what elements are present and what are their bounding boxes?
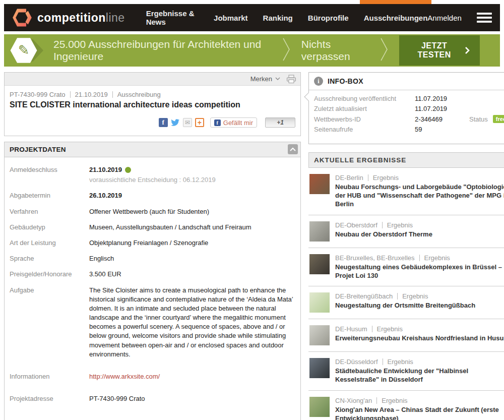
result-item[interactable]: DE-BreitengüßbachErgebnis Neugestaltung … [308, 286, 504, 319]
page-title: SITE CLOISTER international architecture… [10, 100, 295, 109]
competition-header-card: Merken PT-7430-999 Crato [4, 72, 301, 136]
decision-note: voraussichtliche Entscheidung : 06.12.20… [89, 175, 216, 185]
result-item[interactable]: DE-DüsseldorfErgebnis Städtebauliche Ent… [308, 352, 504, 391]
facebook-like-button[interactable]: f Gefällt mir [210, 117, 257, 128]
result-title[interactable]: Städtebauliche Entwicklung der "Halbinse… [335, 367, 504, 384]
social-share-row: f ✉ + f Gefällt mir +1 [10, 117, 295, 128]
field-art-der-leistung: Art der Leistung Objektplanung Freianlag… [10, 238, 295, 248]
google-plusone-button[interactable]: +1 [265, 117, 295, 128]
result-location[interactable]: CN-Xiong'an [335, 397, 372, 404]
merken-button[interactable]: Merken [250, 75, 280, 83]
nav-item-ergebnisse-news[interactable]: Ergebnisse & News [146, 4, 199, 31]
result-location[interactable]: DE-Düsseldorf [335, 358, 378, 366]
breadcrumb-type: Ausschreibung [117, 91, 161, 98]
result-title[interactable]: Neubau Forschungs- und Laborgebäude "Opt… [335, 183, 504, 209]
info-row-wettbewerbs-id: Wettbewerbs-ID 2-346469 Status free [314, 115, 504, 123]
hamburger-menu-icon[interactable] [477, 11, 492, 25]
field-anmeldeschluss: Anmeldeschluss 21.10.2019 voraussichtlic… [10, 165, 295, 185]
banner-tagline: Nichts verpassen [301, 38, 369, 63]
result-tag[interactable]: Ergebnis [424, 254, 450, 262]
result-tag[interactable]: Ergebnis [387, 221, 413, 229]
infobox-header: i INFO-BOX [309, 73, 504, 90]
result-thumbnail [309, 254, 330, 274]
result-location[interactable]: DE-Oberstdorf [335, 221, 377, 229]
nav-item-jobmarkt[interactable]: Jobmarkt [214, 4, 248, 31]
collapse-icon[interactable] [288, 144, 298, 154]
nav-menu: Ergebnisse & News Jobmarkt Ranking Bürop… [146, 4, 428, 31]
result-location[interactable]: DE-Berlin [335, 174, 363, 182]
pencil-hexagon-icon: ✎ [9, 36, 45, 65]
logo-icon [12, 8, 32, 28]
field-projektadresse: Projektadresse PT-7430-999 Crato [10, 394, 295, 403]
field-sprache: Sprache Englisch [10, 254, 295, 263]
result-tag[interactable]: Ergebnis [388, 358, 413, 366]
result-thumbnail [309, 325, 330, 345]
result-title[interactable]: Neugestaltung der Ortsmitte Breitengüßba… [335, 302, 475, 310]
result-item[interactable]: DE-OberstdorfErgebnis Neubau der Oberstd… [308, 215, 504, 248]
result-item[interactable]: DE-BerlinErgebnis Neubau Forschungs- und… [308, 168, 504, 215]
result-item[interactable]: CN-Xiong'anErgebnis Xiong'an New Area – … [308, 391, 504, 420]
facebook-icon[interactable]: f [159, 118, 168, 127]
field-preisgelder: Preisgelder/Honorare 3.500 EUR [10, 270, 295, 279]
result-location[interactable]: DE-Husum [335, 325, 367, 333]
info-row-veroeffentlicht: Ausschreibung veröffentlicht 11.07.2019 [314, 95, 504, 102]
promo-banner: ✎ 25.000 Ausschreibungen für Architekten… [4, 34, 500, 67]
result-thumbnail [309, 292, 330, 313]
result-title[interactable]: Neugestaltung eines Gebäudekomplexes in … [335, 263, 504, 280]
status-badge: free [493, 115, 504, 123]
top-navbar: competitionline Ergebnisse & News Jobmar… [4, 4, 500, 31]
info-row-aktualisiert: Zuletzt aktualisiert 11.07.2019 [314, 105, 504, 112]
login-link[interactable]: Anmelden [427, 14, 462, 22]
nav-item-bueroprofile[interactable]: Büroprofile [308, 4, 349, 31]
aktuelle-ergebnisse: AKTUELLE ERGEBNISSE DE-BerlinErgebnis Ne… [308, 152, 504, 420]
info-box: i INFO-BOX Ausschreibung veröffentlicht … [308, 72, 504, 144]
info-icon: i [314, 77, 323, 86]
chevron-separator-icon [282, 37, 290, 64]
result-thumbnail [309, 397, 330, 417]
result-item[interactable]: BE-Bruxelles, BE-BruxellesErgebnis Neuge… [308, 248, 504, 287]
field-aufgabe: Aufgabe The Site Cloister aims to create… [10, 286, 295, 359]
nav-item-ausschreibungen[interactable]: Ausschreibungen [364, 4, 428, 31]
jetzt-testen-button[interactable]: JETZT TESTEN [399, 35, 480, 66]
breadcrumb-location: PT-7430-999 Crato [10, 91, 66, 98]
info-url-link[interactable]: http://www.arkxsite.com/ [89, 373, 160, 380]
projektdaten-card: PROJEKTDATEN Anmeldeschluss 21.10.2019 v… [4, 142, 301, 420]
deadline-status-dot [125, 167, 131, 173]
breadcrumb: PT-7430-999 Crato 21.10.2019 Ausschreibu… [10, 91, 295, 98]
arrow-right-icon [465, 47, 470, 54]
result-tag[interactable]: Ergebnis [382, 397, 407, 404]
field-gebaeudetyp: Gebäudetyp Museen, Ausstellungsbauten / … [10, 223, 295, 232]
brand-name: competitionline [37, 11, 125, 25]
field-verfahren: Verfahren Offener Wettbewerb (auch für S… [10, 207, 295, 216]
results-header: AKTUELLE ERGEBNISSE [308, 152, 504, 168]
result-tag[interactable]: Ergebnis [373, 174, 399, 182]
breadcrumb-date: 21.10.2019 [75, 91, 108, 98]
banner-headline: 25.000 Ausschreibungen für Architekten u… [53, 38, 271, 63]
result-tag[interactable]: Ergebnis [402, 292, 428, 300]
facebook-like-icon: f [214, 119, 221, 126]
chevron-separator-icon [380, 37, 388, 64]
toolbar: Merken [5, 73, 300, 86]
nav-item-ranking[interactable]: Ranking [263, 4, 293, 31]
result-title[interactable]: Neubau der Oberstdorf Therme [335, 230, 432, 239]
twitter-icon[interactable] [171, 118, 180, 127]
field-informationen: Informationen http://www.arkxsite.com/ [10, 372, 295, 381]
field-abgabetermin: Abgabetermin 26.10.2019 [10, 191, 295, 200]
chevron-down-icon [275, 77, 280, 81]
result-thumbnail [309, 358, 330, 378]
result-location[interactable]: BE-Bruxelles, BE-Bruxelles [335, 254, 415, 262]
print-icon[interactable] [286, 75, 296, 84]
result-location[interactable]: DE-Breitengüßbach [335, 292, 393, 300]
projektdaten-header: PROJEKTDATEN [5, 142, 300, 157]
result-thumbnail [309, 221, 330, 242]
result-title[interactable]: Erweiterungsneubau Kreishaus Nordfriesla… [335, 334, 504, 343]
email-icon[interactable]: ✉ [183, 118, 192, 127]
result-tag[interactable]: Ergebnis [377, 325, 403, 333]
info-row-seitenaufrufe: Seitenaufrufe 59 [314, 126, 504, 133]
brand-logo[interactable]: competitionline [12, 8, 125, 28]
result-title[interactable]: Xiong'an New Area – Chinas Stadt der Zuk… [335, 406, 504, 420]
result-thumbnail [309, 174, 330, 194]
result-item[interactable]: DE-HusumErgebnis Erweiterungsneubau Krei… [308, 319, 504, 352]
sharethis-icon[interactable]: + [195, 118, 204, 127]
